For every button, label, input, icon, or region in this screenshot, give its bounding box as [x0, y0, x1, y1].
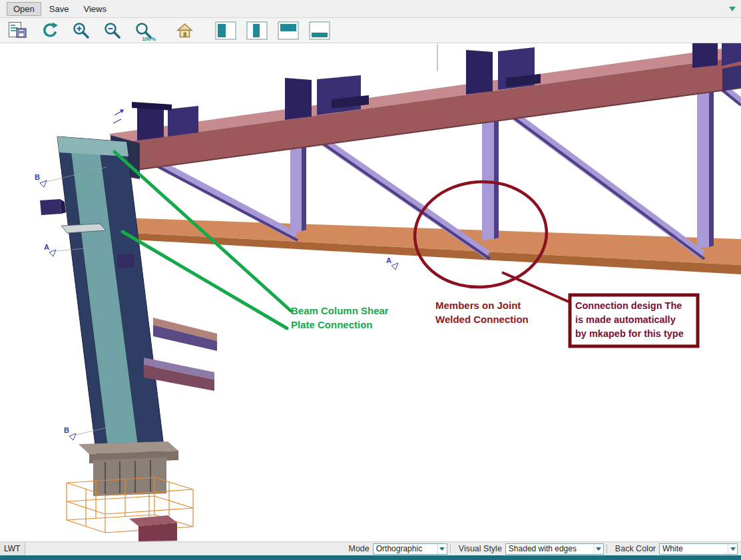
view-top-button[interactable] — [276, 19, 301, 42]
visual-style-label: Visual Style — [459, 544, 502, 553]
shear-plate-label-line2: Plate Connection — [291, 319, 373, 330]
view-bottom-icon — [309, 21, 330, 40]
zoom-100-button[interactable]: 100% — [130, 19, 156, 42]
mode-value: Orthographic — [373, 544, 437, 553]
home-icon — [176, 22, 194, 39]
save-dwg-button[interactable] — [5, 19, 31, 42]
status-bar: LWT Mode Orthographic Visual Style Shade… — [0, 541, 741, 555]
menu-overflow-caret-icon[interactable] — [729, 7, 736, 11]
menu-save[interactable]: Save — [43, 2, 76, 16]
zoom-out-icon — [103, 21, 121, 39]
view-left-button[interactable] — [213, 19, 238, 42]
back-color-select[interactable]: White — [659, 543, 738, 555]
axis-letter-b-lower: B — [64, 426, 69, 434]
view-front-button[interactable] — [244, 19, 270, 42]
welded-joint-label-line2: Welded Connection — [435, 314, 529, 325]
app-window: Open Save Views — [0, 0, 741, 560]
truss-bottom-chord[interactable] — [117, 215, 741, 274]
note-box-line3: by mkapeb for this type — [575, 328, 684, 339]
back-color-value: White — [660, 544, 728, 553]
column-base[interactable] — [79, 441, 178, 496]
view-front-icon — [246, 21, 268, 40]
note-box-line2: is made automatically — [575, 314, 676, 325]
back-color-dropdown-arrow-icon[interactable] — [728, 544, 737, 554]
welded-joint-label-line1: Members on Joint — [435, 300, 521, 311]
window-bottom-strip — [0, 555, 741, 560]
annotation-note-box[interactable]: Connection design The is made automatica… — [570, 295, 698, 346]
note-box-line1: Connection design The — [575, 300, 682, 311]
zoom-level-label: 100% — [142, 36, 156, 42]
menu-open[interactable]: Open — [7, 2, 41, 16]
view-top-icon — [278, 21, 299, 40]
mode-dropdown-arrow-icon[interactable] — [437, 544, 447, 554]
menu-bar: Open Save Views — [0, 0, 741, 18]
mode-label: Mode — [348, 544, 369, 553]
back-color-label: Back Color — [615, 544, 656, 553]
model-canvas[interactable]: B A B A Beam Column Shear — [0, 43, 741, 541]
zoom-out-button[interactable] — [99, 19, 124, 42]
view-bottom-button[interactable] — [307, 19, 332, 42]
zoom-in-button[interactable] — [68, 19, 93, 42]
viewport-3d[interactable]: B A B A Beam Column Shear — [0, 43, 741, 541]
axis-letter-a-chord: A — [386, 256, 391, 264]
truss-top-chord[interactable] — [109, 46, 741, 172]
axis-letter-a-upper: A — [44, 243, 49, 251]
axis-letter-b-upper: B — [35, 173, 40, 181]
mode-select[interactable]: Orthographic — [373, 543, 447, 555]
save-dwg-icon — [8, 21, 28, 40]
home-view-button[interactable] — [172, 19, 197, 42]
lwt-toggle[interactable]: LWT — [0, 542, 25, 555]
toolbar: 100% — [0, 18, 741, 43]
shear-plate-label-line1: Beam Column Shear — [291, 305, 389, 316]
pedestal-block[interactable] — [129, 515, 177, 541]
refresh-icon — [40, 21, 59, 39]
steel-column[interactable] — [57, 137, 165, 461]
update-model-button[interactable] — [37, 19, 62, 42]
visual-style-value: Shaded with edges — [506, 544, 594, 553]
zoom-in-icon — [72, 21, 90, 39]
visual-style-select[interactable]: Shaded with edges — [505, 543, 604, 555]
view-left-icon — [215, 21, 236, 40]
menu-views[interactable]: Views — [77, 2, 113, 16]
visual-style-dropdown-arrow-icon[interactable] — [594, 544, 603, 554]
